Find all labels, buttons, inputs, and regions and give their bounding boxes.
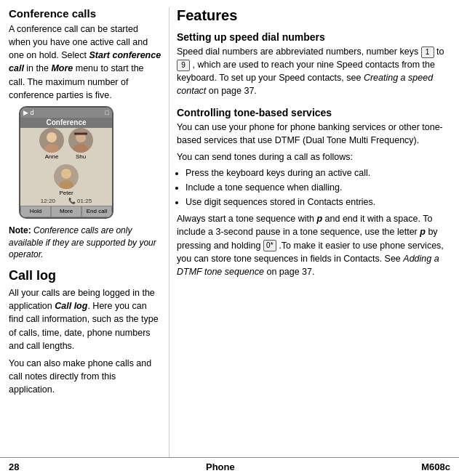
conference-body2: in the (24, 63, 52, 73)
avatar-anne (39, 128, 64, 153)
svg-point-5 (61, 169, 71, 179)
tone-bullet-3: Use digit sequences stored in Contacts e… (185, 195, 450, 209)
footer-model: M608c (421, 461, 450, 472)
speed-dial-body3: on page 37. (206, 86, 257, 96)
conference-paragraph: A conference call can be started when yo… (9, 23, 161, 102)
tone-bullet-list: Press the keyboard keys during an active… (185, 166, 450, 209)
avatar-shu-name: Shu (76, 153, 86, 160)
calllog-bold: Call log (55, 301, 87, 311)
avatar-peter (54, 164, 79, 189)
tone-page: on page 37. (264, 267, 315, 277)
left-column: Conference calls A conference call can b… (9, 7, 169, 457)
svg-point-3 (73, 144, 88, 153)
avatar-anne-block: Anne (39, 128, 64, 160)
speed-dial-to: to (434, 47, 444, 57)
tone-body2: You can send tones during a call as foll… (177, 152, 353, 162)
tone-paragraph3: Always start a tone sequence with p and … (177, 212, 450, 278)
page: Conference calls A conference call can b… (0, 0, 459, 476)
calllog-title: Call log (9, 268, 161, 283)
tone-bullet-2: Include a tone sequence when dialling. (185, 181, 450, 194)
tone-paragraph1: You can use your phone for phone banking… (177, 121, 450, 147)
speed-dial-title: Setting up speed dial numbers (177, 31, 450, 43)
avatar-shu-block: Shu (68, 128, 93, 160)
features-title: Features (177, 7, 450, 24)
note-text: Conference calls are only available if t… (9, 225, 156, 260)
conference-more: More (51, 63, 73, 73)
conference-title: Conference calls (9, 7, 161, 20)
tone-bullet-1: Press the keyboard keys during an active… (185, 166, 450, 179)
tone-p2: p (420, 227, 426, 237)
content-area: Conference calls A conference call can b… (0, 0, 459, 457)
speed-dial-body1: Speed dial numbers are abbreviated numbe… (177, 47, 421, 57)
more-button[interactable]: More (51, 206, 81, 217)
avatar-anne-name: Anne (45, 153, 59, 160)
svg-point-0 (47, 132, 57, 142)
key-9-icon: 9 (177, 60, 190, 71)
key-0-icon: 0* (263, 240, 276, 251)
avatar-shu (68, 128, 93, 153)
avatar-peter-block: Peter (54, 164, 79, 196)
tone-title: Controlling tone-based services (177, 107, 450, 118)
svg-point-6 (59, 180, 73, 189)
phone-buttons: Hold More End call (20, 206, 112, 217)
phone-time-right: 📞 01:25 (68, 198, 92, 204)
hold-button[interactable]: Hold (20, 206, 51, 217)
speed-dial-paragraph: Speed dial numbers are abbreviated numbe… (177, 45, 450, 98)
footer-page-number: 28 (9, 461, 19, 472)
status-left: ▶ d (23, 109, 34, 116)
tone-paragraph2: You can send tones during a call as foll… (177, 150, 450, 164)
note-paragraph: Note: Conference calls are only availabl… (9, 225, 161, 261)
avatar-peter-name: Peter (59, 190, 73, 196)
phone-time-left: 12:20 (41, 198, 55, 204)
phone-status-bar: ▶ d □ (20, 108, 112, 118)
key-1-icon: 1 (421, 47, 434, 58)
phone-screen: Anne Shu (20, 128, 112, 206)
right-column: Features Setting up speed dial numbers S… (169, 7, 450, 457)
calllog-paragraph2: You can also make phone calls and call n… (9, 357, 161, 396)
phone-mockup: ▶ d □ Conference (19, 106, 113, 219)
phone-avatars: Anne Shu (39, 128, 93, 160)
status-right: □ (105, 109, 109, 116)
svg-point-1 (44, 144, 59, 153)
phone-title-bar: Conference (20, 118, 112, 128)
peter-row: Peter (54, 164, 79, 196)
phone-conference-label: Conference (46, 118, 86, 126)
tone-body1: You can use your phone for phone banking… (177, 122, 443, 145)
end-call-button[interactable]: End call (81, 206, 112, 217)
calllog-body3: You can also make phone calls and call n… (9, 358, 151, 395)
tone-body3-pre: Always start a tone sequence with (177, 214, 316, 224)
footer-section: Phone (206, 461, 235, 472)
tone-p1: p (316, 214, 322, 224)
footer: 28 Phone M608c (0, 457, 459, 476)
note-label: Note: (9, 225, 31, 235)
phone-time-row: 12:20 📞 01:25 (41, 198, 92, 204)
calllog-paragraph1: All your calls are being logged in the a… (9, 286, 161, 352)
